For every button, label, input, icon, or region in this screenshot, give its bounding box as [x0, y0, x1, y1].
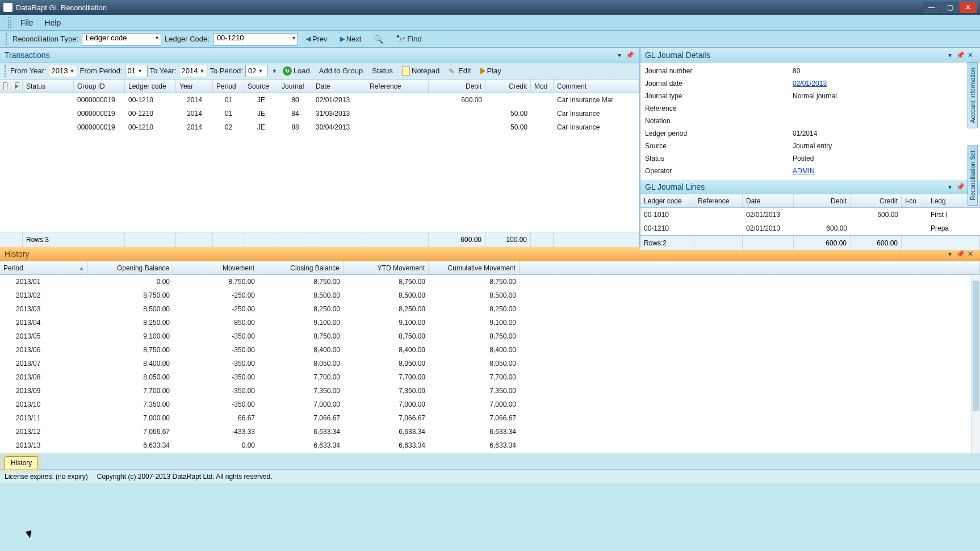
check-icon[interactable]	[3, 82, 7, 90]
find-button[interactable]: 🔭Find	[391, 34, 426, 45]
to-period-dropdown[interactable]: 02▼	[245, 65, 268, 77]
ledger-code-label: Ledger Code:	[165, 35, 210, 43]
transactions-column-row: Status Group ID Ledger code Year Period …	[0, 80, 639, 93]
col-year[interactable]: Year	[176, 80, 213, 93]
menu-help[interactable]: Help	[39, 15, 67, 30]
notepad-button[interactable]: Notepad	[399, 65, 443, 77]
col-debit[interactable]: Debit	[794, 194, 851, 207]
col-date[interactable]: Date	[312, 80, 366, 93]
rows-count: Rows:3	[23, 232, 125, 247]
journal-lines-columns: Ledger code Reference Date Debit Credit …	[640, 194, 980, 208]
load-button[interactable]: ↻Load	[279, 65, 313, 77]
table-row[interactable]: 000000001900-1210201402JE8830/04/201350.…	[0, 120, 639, 134]
table-row[interactable]: 000000001900-1210201401JE8431/03/201350.…	[0, 107, 639, 120]
next-button[interactable]: ▶Next	[336, 34, 366, 44]
ledger-code-dropdown[interactable]: 00-1210	[213, 33, 298, 45]
history-title: History	[5, 249, 30, 258]
panel-dropdown-icon[interactable]: ▾	[945, 183, 955, 191]
transactions-totals: Rows:3 600.00 100.00	[0, 232, 639, 247]
table-row[interactable]: 2013/048,250.00850.009,100.009,100.009,1…	[0, 316, 980, 329]
add-to-group-button[interactable]: Add to Group	[316, 65, 366, 76]
panel-dropdown-icon[interactable]: ▾	[945, 51, 955, 59]
col-credit[interactable]: Credit	[851, 194, 902, 207]
detail-row: Reference	[645, 102, 975, 115]
col-credit[interactable]: Credit	[485, 80, 531, 93]
play-box-icon[interactable]	[15, 82, 19, 90]
col-ledger[interactable]: Ledger code	[125, 80, 176, 93]
col-opening[interactable]: Opening Balance	[88, 261, 173, 274]
col-group[interactable]: Group ID	[74, 80, 125, 93]
history-grid[interactable]: 2013/010.008,750.008,750.008,750.008,750…	[0, 275, 980, 453]
edit-button[interactable]: ✎Edit	[445, 65, 474, 76]
journal-lines-grid[interactable]: 00-101002/01/2013600.00First I00-121002/…	[640, 208, 980, 235]
tab-reconciliation-set[interactable]: Reconciliation Set	[968, 145, 978, 206]
col-date[interactable]: Date	[743, 194, 794, 207]
panel-close-icon[interactable]: ✕	[965, 250, 975, 258]
status-button[interactable]: Status	[368, 65, 396, 76]
dropdown-icon[interactable]: ▼	[272, 68, 277, 74]
col-comment[interactable]: Comment	[554, 80, 639, 93]
col-ytd[interactable]: YTD Movement	[344, 261, 429, 274]
col-debit[interactable]: Debit	[429, 80, 485, 93]
journal-details-title: GL Journal Details	[645, 51, 710, 60]
tab-account-info[interactable]: Account Information	[968, 62, 978, 128]
scroll-thumb[interactable]	[973, 281, 979, 411]
window-title: DataRapt GL Reconciliation	[16, 3, 107, 12]
col-journal[interactable]: Journal	[278, 80, 312, 93]
col-reference[interactable]: Reference	[366, 80, 429, 93]
menu-file[interactable]: File	[15, 15, 39, 30]
table-row[interactable]: 2013/010.008,750.008,750.008,750.008,750…	[0, 275, 980, 289]
transactions-grid[interactable]: 000000001900-1210201401JE8002/01/2013600…	[0, 93, 639, 232]
panel-pin-icon[interactable]: 📌	[625, 51, 635, 59]
license-status: License expires: (no expiry)	[5, 473, 88, 481]
table-row[interactable]: 2013/107,350.00-350.007,000.007,000.007,…	[0, 398, 980, 411]
col-period[interactable]: Period▲	[0, 261, 88, 274]
col-period[interactable]: Period	[213, 80, 244, 93]
from-year-dropdown[interactable]: 2013▼	[49, 65, 78, 77]
table-row[interactable]: 2013/068,750.00-350.008,400.008,400.008,…	[0, 343, 980, 357]
table-row[interactable]: 2013/127,066.67-433.336,633.346,633.346,…	[0, 425, 980, 439]
col-source[interactable]: Source	[244, 80, 278, 93]
play-button[interactable]: Play	[477, 65, 505, 76]
tab-history[interactable]: History	[5, 456, 38, 469]
table-row[interactable]: 2013/038,500.00-250.008,250.008,250.008,…	[0, 302, 980, 316]
prev-button[interactable]: ◀Prev	[301, 34, 332, 44]
from-period-dropdown[interactable]: 01▼	[125, 65, 148, 77]
copyright: Copyright (c) 2007-2013 DataRapt Ltd. Al…	[97, 473, 273, 481]
table-row[interactable]: 000000001900-1210201401JE8002/01/2013600…	[0, 93, 639, 107]
table-row[interactable]: 2013/136,633.340.006,633.346,633.346,633…	[0, 439, 980, 452]
col-closing[interactable]: Closing Balance	[258, 261, 344, 274]
detail-row: Journal number80	[645, 65, 975, 77]
col-ledger[interactable]: Ledger code	[640, 194, 694, 207]
minimize-button[interactable]: —	[923, 2, 940, 13]
maximize-button[interactable]: ▢	[941, 2, 958, 13]
to-year-dropdown[interactable]: 2014▼	[179, 65, 208, 77]
lines-total-credit: 600.00	[851, 236, 902, 250]
close-button[interactable]: ✕	[960, 2, 977, 13]
col-cumulative[interactable]: Cumulative Movement	[429, 261, 520, 274]
table-row[interactable]: 00-101002/01/2013600.00First I	[640, 208, 980, 222]
col-mod[interactable]: Mod	[531, 80, 554, 93]
table-row[interactable]: 2013/028,750.00-250.008,500.008,500.008,…	[0, 289, 980, 302]
table-row[interactable]: 2013/078,400.00-350.008,050.008,050.008,…	[0, 357, 980, 370]
table-row[interactable]: 2013/059,100.00-350.008,750.008,750.008,…	[0, 329, 980, 343]
recon-type-dropdown[interactable]: Ledger code	[82, 33, 161, 45]
panel-dropdown-icon[interactable]: ▾	[614, 51, 625, 59]
scrollbar[interactable]	[971, 275, 980, 453]
col-reference[interactable]: Reference	[694, 194, 743, 207]
panel-close-icon[interactable]: ✕	[965, 51, 975, 59]
table-row[interactable]: 2013/117,000.0066.677,066.677,066.677,06…	[0, 411, 980, 425]
search-button[interactable]: 🔍	[369, 34, 388, 45]
col-movement[interactable]: Movement	[173, 261, 258, 274]
table-row[interactable]: 00-121002/01/2013600.00Prepa	[640, 222, 980, 235]
table-row[interactable]: 2013/088,050.00-350.007,700.007,700.007,…	[0, 370, 980, 384]
arrow-left-icon: ◀	[306, 35, 311, 43]
panel-pin-icon[interactable]: 📌	[955, 183, 965, 191]
journal-details-body: Journal number80Journal date02/01/2013Jo…	[640, 62, 980, 180]
table-row[interactable]: 2013/097,700.00-350.007,350.007,350.007,…	[0, 384, 980, 398]
col-status[interactable]: Status	[23, 80, 74, 93]
panel-pin-icon[interactable]: 📌	[955, 250, 965, 258]
col-ico[interactable]: I-co	[902, 194, 927, 207]
panel-pin-icon[interactable]: 📌	[955, 51, 965, 59]
panel-dropdown-icon[interactable]: ▾	[945, 250, 955, 258]
